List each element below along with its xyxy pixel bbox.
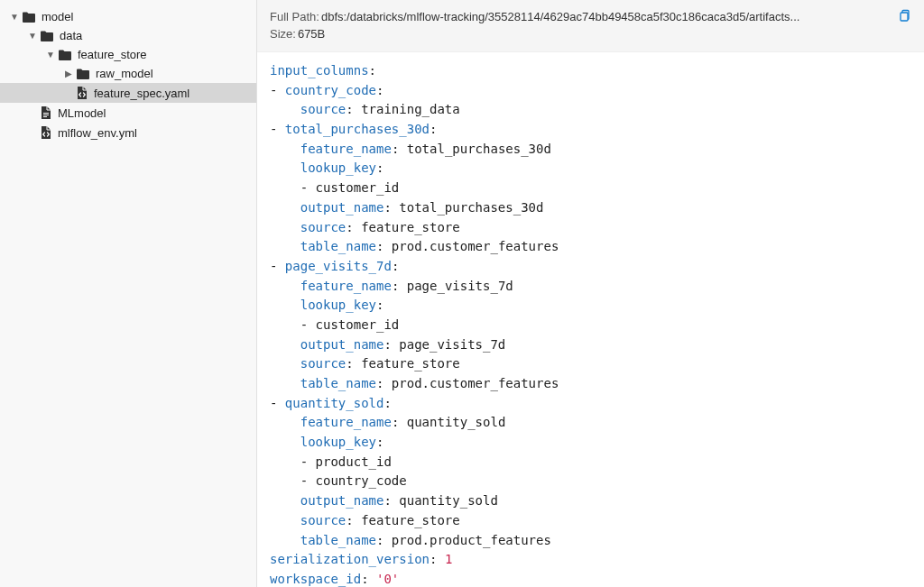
- size-value: 675B: [298, 27, 325, 41]
- code-token: -: [270, 122, 285, 136]
- code-token: table_name: [300, 239, 376, 253]
- main-panel: Full Path: dbfs:/databricks/mlflow-track…: [257, 0, 924, 587]
- code-token: -: [270, 259, 285, 273]
- code-token: output_name: [300, 493, 384, 508]
- code-token: -: [270, 396, 285, 410]
- code-line: - product_id: [270, 453, 911, 472]
- code-token: :: [369, 63, 376, 78]
- code-token: feature_name: [300, 142, 392, 156]
- code-token: [270, 337, 300, 352]
- code-token: table_name: [300, 376, 376, 390]
- file-content-viewer[interactable]: input_columns:- country_code: source: tr…: [257, 52, 924, 587]
- code-line: input_columns:: [270, 61, 911, 81]
- tree-item-mlmodel[interactable]: MLmodel: [0, 103, 256, 123]
- tree-item-data[interactable]: ▼data: [0, 26, 256, 45]
- code-token: source: [300, 356, 346, 371]
- caret-down-icon[interactable]: ▼: [9, 12, 20, 22]
- code-line: table_name: prod.customer_features: [270, 374, 911, 394]
- code-token: [270, 239, 300, 253]
- code-token: :: [430, 552, 445, 566]
- code-token: source: [300, 513, 346, 527]
- copy-path-button[interactable]: [897, 9, 911, 23]
- code-token: feature_name: [300, 415, 392, 429]
- tree-item-mlflow-env-yml[interactable]: mlflow_env.yml: [0, 123, 256, 142]
- code-token: :: [430, 122, 437, 136]
- code-token: output_name: [300, 200, 384, 215]
- code-line: table_name: prod.product_features: [270, 531, 911, 551]
- code-line: - country_code:: [270, 81, 911, 101]
- code-token: -: [270, 83, 285, 97]
- code-token: : feature_store: [346, 513, 459, 527]
- code-line: - customer_id: [270, 179, 911, 198]
- folder-icon: [40, 30, 54, 42]
- code-token: [270, 513, 300, 527]
- code-token: : training_data: [346, 102, 459, 116]
- code-token: input_columns: [270, 63, 369, 78]
- code-token: 1: [445, 552, 452, 566]
- code-token: [270, 279, 300, 293]
- code-token: : total_purchases_30d: [392, 142, 551, 156]
- tree-item-label: raw_model: [96, 67, 153, 80]
- tree-item-label: data: [60, 29, 82, 42]
- tree-item-raw-model[interactable]: ▶raw_model: [0, 64, 256, 83]
- code-token: [270, 298, 300, 312]
- code-line: source: feature_store: [270, 511, 911, 531]
- code-token: table_name: [300, 533, 376, 547]
- code-line: output_name: page_visits_7d: [270, 335, 911, 355]
- folder-icon: [58, 49, 72, 61]
- copy-icon: [897, 9, 911, 23]
- code-token: lookup_key: [300, 435, 376, 449]
- tree-item-model[interactable]: ▼model: [0, 7, 256, 26]
- code-token: : quantity_sold: [392, 415, 505, 429]
- caret-down-icon[interactable]: ▼: [27, 31, 38, 41]
- code-token: [270, 142, 300, 156]
- tree-item-label: feature_store: [78, 48, 147, 61]
- tree-item-feature-store[interactable]: ▼feature_store: [0, 45, 256, 64]
- code-token: [270, 435, 300, 449]
- code-line: source: feature_store: [270, 354, 911, 374]
- code-token: workspace_id: [270, 572, 361, 586]
- code-line: - page_visits_7d:: [270, 257, 911, 277]
- code-line: lookup_key:: [270, 159, 911, 179]
- code-line: output_name: quantity_sold: [270, 491, 911, 511]
- code-token: [270, 415, 300, 429]
- svg-rect-0: [43, 113, 49, 114]
- code-line: - customer_id: [270, 316, 911, 335]
- size-label: Size:: [270, 27, 296, 41]
- caret-right-icon[interactable]: ▶: [63, 69, 74, 78]
- code-token: :: [376, 83, 383, 97]
- code-token: serialization_version: [270, 552, 430, 566]
- file-code-icon: [40, 125, 52, 140]
- code-token: :: [361, 572, 376, 586]
- code-token: : feature_store: [346, 356, 459, 371]
- code-token: : feature_store: [346, 220, 459, 234]
- code-line: feature_name: quantity_sold: [270, 413, 911, 433]
- code-token: [270, 220, 300, 234]
- code-token: : prod.customer_features: [376, 376, 559, 390]
- code-token: - product_id: [270, 454, 392, 469]
- code-line: - country_code: [270, 472, 911, 491]
- code-line: source: training_data: [270, 100, 911, 120]
- code-line: output_name: total_purchases_30d: [270, 198, 911, 218]
- svg-rect-3: [901, 13, 908, 21]
- code-token: : prod.customer_features: [376, 239, 559, 253]
- code-token: source: [300, 220, 346, 234]
- code-token: total_purchases_30d: [285, 122, 430, 136]
- tree-item-feature-spec-yaml[interactable]: feature_spec.yaml: [0, 83, 256, 103]
- code-token: [270, 376, 300, 390]
- caret-down-icon[interactable]: ▼: [45, 50, 56, 60]
- tree-item-label: MLmodel: [58, 106, 106, 120]
- code-token: : quantity_sold: [383, 493, 497, 508]
- file-tree-sidebar: ▼model▼data▼feature_store▶raw_modelfeatu…: [0, 0, 257, 587]
- code-line: lookup_key:: [270, 433, 911, 453]
- code-token: [270, 533, 300, 547]
- code-token: [270, 493, 300, 508]
- svg-rect-1: [43, 115, 49, 115]
- code-token: : page_visits_7d: [392, 279, 513, 293]
- code-token: :: [376, 298, 383, 312]
- code-token: - country_code: [270, 473, 407, 488]
- tree-item-label: feature_spec.yaml: [94, 87, 189, 100]
- code-token: quantity_sold: [285, 396, 384, 410]
- artifact-header: Full Path: dbfs:/databricks/mlflow-track…: [257, 0, 924, 52]
- code-token: source: [300, 102, 346, 116]
